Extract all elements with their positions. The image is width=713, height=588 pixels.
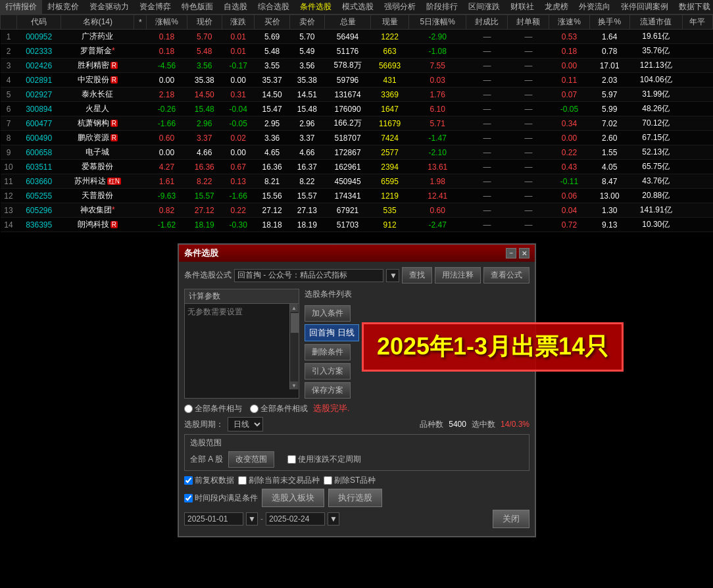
notrade-check-input[interactable] [238, 476, 247, 485]
nav-item-market[interactable]: 行情报价 [0, 0, 42, 14]
formula-dropdown[interactable]: ▼ [386, 269, 399, 282]
nav-item-pattern[interactable]: 模式选股 [337, 0, 379, 14]
nav-item-game[interactable]: 资金博弈 [134, 0, 176, 14]
cell-name[interactable]: 电子城 [61, 145, 134, 160]
col-header-price[interactable]: 现价 [187, 15, 222, 30]
close-dialog-button[interactable]: ✕ [519, 248, 529, 258]
cell-code[interactable]: 600490 [17, 131, 61, 145]
scroll-down-arrow[interactable]: ▼ [290, 381, 298, 389]
delete-condition-button[interactable]: 删除条件 [305, 344, 351, 360]
radio-or-input[interactable] [250, 404, 258, 413]
cell-code[interactable]: 300894 [17, 102, 61, 116]
nav-item-seal[interactable]: 封板竞价 [42, 0, 84, 14]
nav-item-examples[interactable]: 张停回调案例 [616, 0, 674, 14]
select-board-button[interactable]: 选股入板块 [262, 489, 324, 507]
st-check-input[interactable] [324, 476, 332, 485]
col-header-sell[interactable]: 卖价 [289, 15, 324, 30]
col-header-mktcap[interactable]: 流通市值 [629, 15, 682, 30]
table-row[interactable]: 5 002927 泰永长征 2.18 14.50 0.31 14.50 14.5… [1, 87, 713, 102]
table-row[interactable]: 2 002333 罗普斯金* 0.18 5.48 0.01 5.48 5.49 … [1, 44, 713, 59]
table-row[interactable]: 8 600490 鹏欣资源R 0.60 3.37 0.02 3.36 3.37 … [1, 131, 713, 145]
cell-code[interactable]: 000952 [17, 30, 61, 44]
col-header-seal-ratio[interactable]: 封成比 [466, 15, 508, 30]
formula-input[interactable] [234, 269, 383, 282]
cell-name[interactable]: 杭萧钢构R [61, 116, 134, 131]
cell-code[interactable]: 605296 [17, 203, 61, 218]
radio-all-or[interactable]: 全部条件相或 [250, 403, 308, 414]
col-header-year[interactable]: 年平 [682, 15, 712, 30]
cell-name[interactable]: 爱慕股份 [61, 160, 134, 174]
save-plan-button[interactable]: 保存方案 [305, 382, 351, 399]
nav-item-composite[interactable]: 综合选股 [253, 0, 295, 14]
notrade-checkbox[interactable]: 剔除当前未交易品种 [238, 475, 320, 486]
timeperiod-check-input[interactable] [184, 494, 193, 502]
cell-name[interactable]: 火星人 [61, 102, 134, 116]
col-header-change5d[interactable]: 5日涨幅% [409, 15, 466, 30]
table-row[interactable]: 11 603660 苏州科达红N 1.61 8.22 0.13 8.21 8.2… [1, 174, 713, 189]
nav-item-rank[interactable]: 阶段排行 [421, 0, 463, 14]
nav-item-special[interactable]: 特色版面 [176, 0, 218, 14]
table-row[interactable]: 3 002426 胜利精密R -4.56 3.56 -0.17 3.55 3.5… [1, 59, 713, 73]
col-header-buy[interactable]: 买价 [255, 15, 289, 30]
cell-name[interactable]: 朗鸿科技R [61, 218, 134, 232]
table-row[interactable]: 7 600477 杭萧钢构R -1.66 2.96 -0.05 2.95 2.9… [1, 116, 713, 131]
import-plan-button[interactable]: 引入方案 [305, 363, 351, 380]
col-header-seal-amt[interactable]: 封单额 [508, 15, 549, 30]
cell-code[interactable]: 836395 [17, 218, 61, 232]
cell-name[interactable]: 鹏欣资源R [61, 131, 134, 145]
execute-button[interactable]: 执行选股 [328, 489, 382, 507]
date-to-input[interactable] [266, 512, 325, 526]
table-row[interactable]: 14 836395 朗鸿科技R -1.62 18.19 -0.30 18.18 … [1, 218, 713, 232]
period-select[interactable]: 日线 [228, 417, 263, 431]
nav-item-watchlist[interactable]: 自选股 [218, 0, 253, 14]
st-checkbox[interactable]: 剔除ST品种 [324, 475, 376, 486]
table-row[interactable]: 10 603511 爱慕股份 4.27 16.36 0.67 16.36 16.… [1, 160, 713, 174]
nav-item-dragon[interactable]: 龙虎榜 [539, 0, 574, 14]
cell-name[interactable]: 天普股份 [61, 189, 134, 203]
nav-item-strong-weak[interactable]: 强弱分析 [379, 0, 421, 14]
view-formula-button[interactable]: 查看公式 [483, 267, 529, 283]
close-button[interactable]: 关闭 [493, 510, 529, 528]
col-header-volume[interactable]: 总量 [325, 15, 371, 30]
nav-item-foreign[interactable]: 外资流向 [574, 0, 616, 14]
table-row[interactable]: 1 000952 广济药业 0.18 5.70 0.01 5.69 5.70 5… [1, 30, 713, 44]
cell-code[interactable]: 605255 [17, 189, 61, 203]
minimize-button[interactable]: － [506, 248, 516, 258]
cell-name[interactable]: 苏州科达红N [61, 174, 134, 189]
col-header-diff[interactable]: 涨跌 [222, 15, 255, 30]
prefuquan-checkbox[interactable]: 前复权数据 [184, 475, 234, 486]
col-header-current-vol[interactable]: 现量 [371, 15, 409, 30]
cell-code[interactable]: 603511 [17, 160, 61, 174]
date-from-dropdown[interactable]: ▼ [246, 512, 258, 526]
col-header-turnover[interactable]: 换手% [589, 15, 629, 30]
cell-name[interactable]: 广济药业 [61, 30, 134, 44]
col-header-speed[interactable]: 涨速% [549, 15, 589, 30]
table-row[interactable]: 6 300894 火星人 -0.26 15.48 -0.04 15.47 15.… [1, 102, 713, 116]
date-to-dropdown[interactable]: ▼ [328, 512, 339, 526]
cell-code[interactable]: 002333 [17, 44, 61, 59]
date-from-input[interactable] [184, 512, 243, 526]
params-scrollbar[interactable]: ▲ ▼ [289, 304, 299, 389]
table-row[interactable]: 13 605296 神农集团* 0.82 27.12 0.22 27.12 27… [1, 203, 713, 218]
jump-period-check-input[interactable] [287, 455, 296, 464]
cell-code[interactable]: 600658 [17, 145, 61, 160]
radio-all-and[interactable]: 全部条件相与 [184, 403, 242, 414]
timeperiod-checkbox[interactable]: 时间段内满足条件 [184, 493, 258, 504]
cell-name[interactable]: 泰永长征 [61, 87, 134, 102]
col-header-code[interactable]: 代码 [17, 15, 61, 30]
find-button[interactable]: 查找 [402, 267, 432, 283]
table-row[interactable]: 9 600658 电子城 0.00 4.66 0.00 4.65 4.66 17… [1, 145, 713, 160]
cell-code[interactable]: 603660 [17, 174, 61, 189]
add-condition-button[interactable]: 加入条件 [305, 305, 351, 322]
cell-code[interactable]: 002891 [17, 73, 61, 87]
nav-item-download[interactable]: 数据下载 [674, 0, 713, 14]
table-row[interactable]: 12 605255 天普股份 -9.63 15.57 -1.66 15.56 1… [1, 189, 713, 203]
cell-code[interactable]: 600477 [17, 116, 61, 131]
change-scope-button[interactable]: 改变范围 [228, 451, 274, 468]
col-header-change[interactable]: 涨幅% [147, 15, 187, 30]
scroll-up-arrow[interactable]: ▲ [290, 304, 298, 312]
cell-code[interactable]: 002426 [17, 59, 61, 73]
nav-item-range[interactable]: 区间涨跌 [463, 0, 505, 14]
nav-item-condition[interactable]: 条件选股 [295, 0, 337, 14]
cell-code[interactable]: 002927 [17, 87, 61, 102]
